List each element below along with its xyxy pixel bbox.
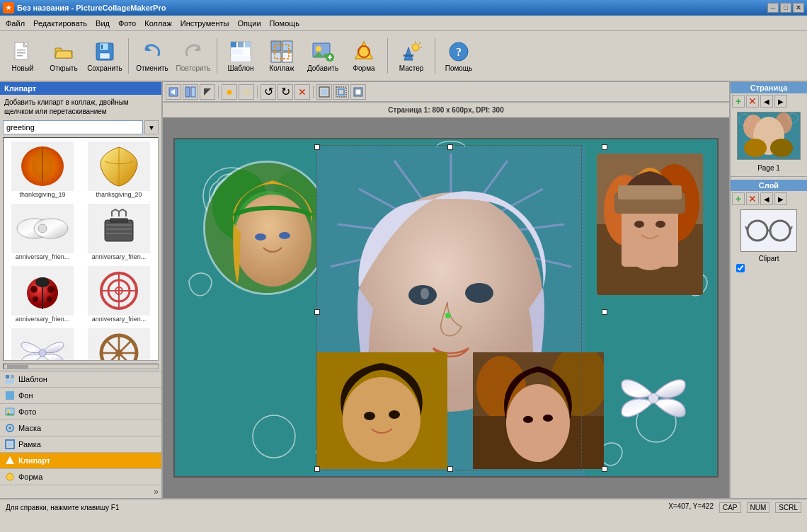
layer-left-button[interactable]: ◀	[760, 192, 773, 205]
canvas-prev-button[interactable]	[166, 84, 181, 100]
rotation-handle[interactable]	[445, 313, 451, 318]
svg-point-132	[389, 410, 400, 419]
help-icon: ?	[447, 40, 470, 63]
canvas-arrow-button[interactable]	[200, 84, 215, 100]
menu-file[interactable]: Файл	[1, 18, 29, 29]
toolbar-redo-button[interactable]: Повторить	[173, 34, 213, 78]
minimize-button[interactable]: ─	[767, 3, 779, 13]
clipart-item-4[interactable]: anniversary_frien...	[81, 202, 156, 262]
search-button[interactable]: ▼	[144, 120, 159, 134]
svg-line-32	[419, 42, 420, 44]
clipart-item-6[interactable]: anniversary_frien...	[81, 264, 156, 325]
canvas-delete-button[interactable]: ✕	[294, 84, 310, 100]
page-add-button[interactable]: +	[732, 95, 745, 108]
page-left-button[interactable]: ◀	[760, 95, 773, 108]
panel-title: Клипарт	[0, 82, 161, 95]
canvas-crop-button[interactable]	[350, 84, 366, 100]
svg-point-52	[47, 296, 52, 302]
clipart-label-4: anniversary_frien...	[92, 253, 147, 260]
svg-point-130	[343, 377, 420, 462]
visible-checkbox-input[interactable]	[736, 264, 745, 272]
tab-shape[interactable]: Форма	[0, 469, 161, 485]
svg-rect-3	[17, 52, 25, 54]
wizard-icon	[400, 40, 423, 63]
canvas-frame[interactable]	[173, 138, 719, 478]
svg-point-131	[364, 412, 375, 420]
canvas-zoom-fit-button[interactable]	[316, 84, 332, 100]
menu-tools[interactable]: Инструменты	[176, 18, 234, 29]
menu-collage[interactable]: Коллаж	[140, 18, 176, 29]
canvas-rotate-left-button[interactable]: ↺	[261, 84, 276, 100]
tab-frame[interactable]: Рамка	[0, 436, 161, 453]
canvas-zoom-actual-button[interactable]	[333, 84, 349, 100]
canvas-nav2-button[interactable]	[183, 84, 198, 100]
clipart-item-3[interactable]: anniversary_frien...	[5, 202, 80, 262]
layer-visible-checkbox[interactable]	[731, 262, 807, 274]
tab-mask[interactable]: Маска	[0, 420, 161, 436]
layer-delete-button[interactable]: ✕	[746, 192, 759, 205]
layer-add-button[interactable]: +	[732, 192, 745, 205]
menu-help[interactable]: Помощь	[265, 18, 304, 29]
toolbar-new-button[interactable]: Новый	[3, 34, 42, 78]
toolbar-add-button[interactable]: Добавить	[303, 34, 343, 78]
svg-rect-17	[271, 41, 281, 51]
template-icon	[229, 40, 252, 63]
tab-background[interactable]: Фон	[0, 388, 161, 404]
selection-handle-top[interactable]	[447, 144, 453, 150]
selection-handle-left[interactable]	[314, 309, 320, 315]
toolbar-save-button[interactable]: Сохранить	[85, 34, 125, 78]
selection-handle-tr[interactable]	[602, 144, 607, 150]
page-delete-button[interactable]: ✕	[746, 95, 759, 108]
toolbar-open-button[interactable]: Открыть	[44, 34, 84, 78]
toolbar-wizard-button[interactable]: Мастер	[391, 34, 431, 78]
canvas-dot1-button[interactable]: ●	[222, 84, 237, 100]
selection-handle-br[interactable]	[602, 466, 607, 472]
clipart-thumb-5	[11, 266, 74, 316]
menu-edit[interactable]: Редактировать	[29, 18, 91, 29]
clipart-thumb-6	[88, 266, 150, 316]
search-input[interactable]	[3, 120, 143, 134]
close-button[interactable]: ✕	[793, 3, 804, 13]
selection-handle-bottom[interactable]	[447, 466, 453, 472]
tab-clipart[interactable]: Клипарт	[0, 453, 161, 469]
tab-template[interactable]: Шаблон	[0, 371, 161, 388]
photo-tab-icon	[4, 406, 16, 417]
tab-shape-label: Форма	[18, 473, 42, 481]
clipart-item-2[interactable]: thanksgiving_20	[81, 139, 156, 200]
menu-view[interactable]: Вид	[91, 18, 114, 29]
canvas-rotate-right-button[interactable]: ↻	[277, 84, 293, 100]
canvas-dot2-button[interactable]: ○	[239, 84, 254, 100]
layer-right-button[interactable]: ▶	[774, 192, 787, 205]
svg-rect-79	[185, 87, 190, 97]
undo-icon	[141, 40, 164, 63]
clipart-item-5[interactable]: anniversary_frien...	[5, 264, 80, 325]
svg-rect-87	[355, 89, 361, 95]
right-divider	[731, 176, 807, 177]
svg-point-76	[6, 473, 13, 480]
canvas-wrapper[interactable]	[163, 117, 729, 498]
clipart-item-1[interactable]: thanksgiving_19	[5, 139, 80, 200]
toolbar-shape-button[interactable]: Форма	[344, 34, 384, 78]
page-right-button[interactable]: ▶	[774, 95, 787, 108]
selection-handle-bl[interactable]	[314, 466, 320, 472]
toolbar-collage-button[interactable]: Коллаж	[262, 34, 302, 78]
clipart-label-1: thanksgiving_19	[19, 191, 65, 198]
tab-photo[interactable]: Фото	[0, 404, 161, 420]
selection-handle-right[interactable]	[602, 309, 607, 315]
tab-clipart-label: Клипарт	[18, 456, 50, 465]
clipart-item-7[interactable]: anniversary_frien...	[5, 326, 80, 361]
tab-photo-label: Фото	[18, 407, 36, 416]
toolbar-undo-button[interactable]: Отменить	[132, 34, 172, 78]
maximize-button[interactable]: □	[780, 3, 791, 13]
expand-arrow[interactable]: »	[0, 485, 161, 498]
clipart-item-8[interactable]: anniversary_frien...	[81, 326, 156, 361]
toolbar-help-button[interactable]: ? Помощь	[439, 34, 479, 78]
menu-options[interactable]: Опции	[233, 18, 265, 29]
svg-point-126	[465, 283, 493, 303]
menu-photo[interactable]: Фото	[114, 18, 140, 29]
background-tab-icon	[4, 390, 16, 401]
toolbar-template-button[interactable]: Шаблон	[221, 34, 261, 78]
page-toolbar: + ✕ ◀ ▶	[731, 93, 807, 109]
selection-handle-tl[interactable]	[314, 144, 320, 150]
horizontal-scrollbar[interactable]	[3, 364, 159, 369]
